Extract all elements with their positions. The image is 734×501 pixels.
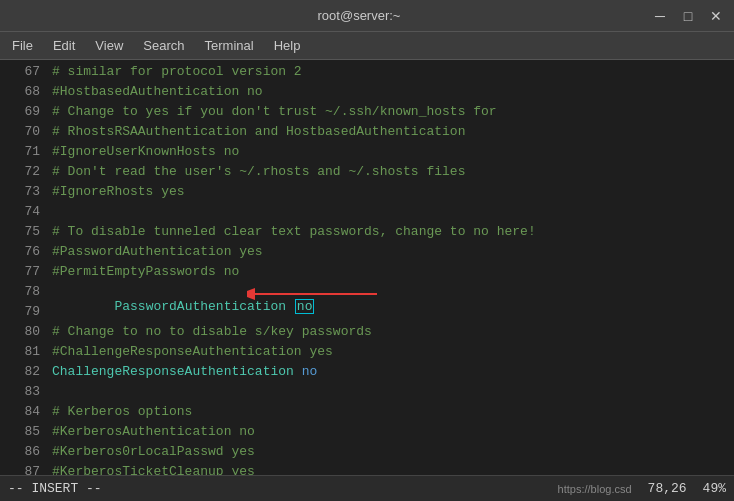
menu-help[interactable]: Help (266, 36, 309, 55)
line-78: 78 PasswordAuthentication no (0, 284, 734, 304)
menu-search[interactable]: Search (135, 36, 192, 55)
close-button[interactable]: ✕ (706, 8, 726, 24)
line-row: 84 # Kerberos options (0, 404, 734, 424)
editor[interactable]: 67 # similar for protocol version 2 68 #… (0, 60, 734, 475)
window-controls[interactable]: ─ □ ✕ (650, 8, 726, 24)
line-row: 73 #IgnoreRhosts yes (0, 184, 734, 204)
line-row: 85 #KerberosAuthentication no (0, 424, 734, 444)
titlebar: root@server:~ ─ □ ✕ (0, 0, 734, 32)
annotation-arrow (247, 276, 387, 312)
menu-view[interactable]: View (87, 36, 131, 55)
menubar: File Edit View Search Terminal Help (0, 32, 734, 60)
statusbar: -- INSERT -- https://blog.csd 78,26 49% (0, 475, 734, 501)
menu-edit[interactable]: Edit (45, 36, 83, 55)
line-row: 82 ChallengeResponseAuthentication no (0, 364, 734, 384)
editor-mode: -- INSERT -- (8, 481, 102, 496)
line-row: 72 # Don't read the user's ~/.rhosts and… (0, 164, 734, 184)
menu-terminal[interactable]: Terminal (197, 36, 262, 55)
maximize-button[interactable]: □ (678, 8, 698, 24)
minimize-button[interactable]: ─ (650, 8, 670, 24)
line-row: 83 (0, 384, 734, 404)
line-row: 68 #HostbasedAuthentication no (0, 84, 734, 104)
line-row: 67 # similar for protocol version 2 (0, 64, 734, 84)
line-row: 75 # To disable tunneled clear text pass… (0, 224, 734, 244)
line-row: 70 # RhostsRSAAuthentication and Hostbas… (0, 124, 734, 144)
line-row: 86 #Kerberos0rLocalPasswd yes (0, 444, 734, 464)
code-area: 67 # similar for protocol version 2 68 #… (0, 60, 734, 475)
scroll-percent: 49% (703, 481, 726, 496)
status-url: https://blog.csd (558, 483, 632, 495)
line-row: 74 (0, 204, 734, 224)
line-row: 76 #PasswordAuthentication yes (0, 244, 734, 264)
line-row: 69 # Change to yes if you don't trust ~/… (0, 104, 734, 124)
window-title: root@server:~ (68, 8, 650, 23)
line-row: 71 #IgnoreUserKnownHosts no (0, 144, 734, 164)
cursor-position: 78,26 (648, 481, 687, 496)
line-row: 87 #KerberosTicketCleanup yes (0, 464, 734, 475)
menu-file[interactable]: File (4, 36, 41, 55)
